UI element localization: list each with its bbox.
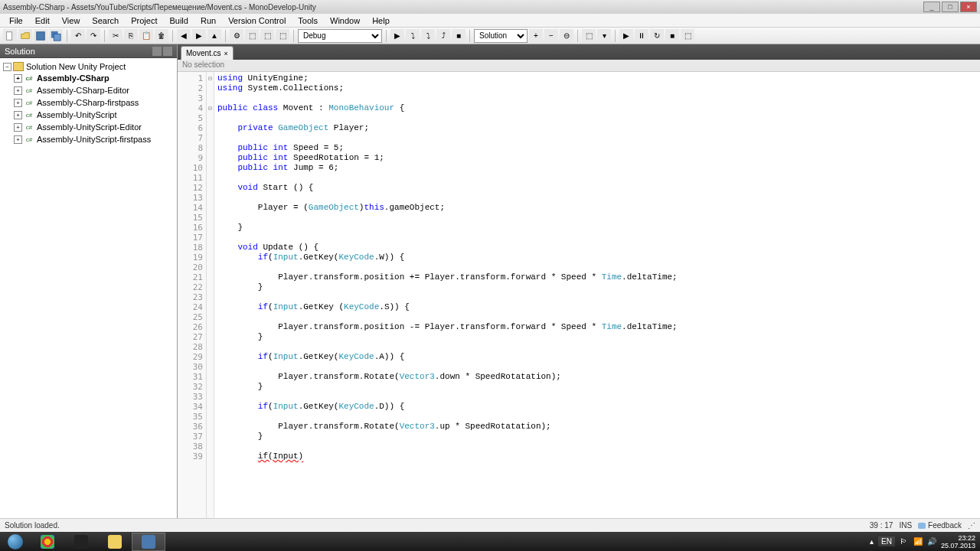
network-icon[interactable]: 📶 bbox=[913, 537, 923, 546]
configuration-combo[interactable]: Debug bbox=[298, 29, 382, 43]
svg-rect-3 bbox=[54, 34, 60, 41]
resize-grip-icon[interactable]: ⋰ bbox=[968, 521, 975, 530]
menu-run[interactable]: Run bbox=[194, 15, 222, 27]
start-button[interactable] bbox=[0, 532, 31, 551]
breadcrumb[interactable]: No selection bbox=[178, 60, 980, 72]
menu-help[interactable]: Help bbox=[366, 15, 396, 27]
new-file-icon[interactable] bbox=[3, 29, 17, 43]
step-into-icon[interactable]: ⤵ bbox=[421, 29, 435, 43]
minimize-button[interactable]: _ bbox=[923, 2, 940, 12]
panel-close-icon[interactable] bbox=[163, 47, 172, 56]
toggle2-icon[interactable]: ⬚ bbox=[260, 29, 274, 43]
tree-item-3[interactable]: +c#Assembly-UnityScript bbox=[3, 109, 174, 121]
taskbar-explorer[interactable] bbox=[98, 533, 132, 551]
feedback-link[interactable]: Feedback bbox=[928, 521, 962, 530]
titlebar[interactable]: Assembly-CSharp - Assets/YouTube/Scripts… bbox=[0, 0, 980, 14]
run-icon[interactable]: ▶ bbox=[390, 29, 404, 43]
stop-icon[interactable]: ■ bbox=[452, 29, 466, 43]
play-icon[interactable]: ▶ bbox=[619, 29, 633, 43]
clock[interactable]: 23:22 25.07.2013 bbox=[941, 534, 975, 549]
tree-root-label: Solution New Unity Project bbox=[26, 62, 126, 71]
solution-panel: Solution − Solution New Unity Project +c… bbox=[0, 44, 178, 518]
expand-icon[interactable]: + bbox=[14, 123, 22, 132]
csharp-icon: c# bbox=[24, 122, 34, 132]
expand-icon[interactable]: + bbox=[14, 111, 22, 119]
csharp-icon: c# bbox=[24, 85, 34, 96]
editor-area: Movent.cs × No selection 123456789101112… bbox=[178, 44, 980, 518]
tab-close-icon[interactable]: × bbox=[224, 50, 228, 57]
code-editor[interactable]: 1234567891011121314151617181920212223242… bbox=[178, 72, 980, 518]
expand-icon[interactable]: + bbox=[14, 86, 22, 95]
menu-view[interactable]: View bbox=[56, 15, 87, 27]
nav-back-icon[interactable]: ◀ bbox=[177, 29, 191, 43]
paste-icon[interactable]: 📋 bbox=[139, 29, 153, 43]
line-gutter[interactable]: 1234567891011121314151617181920212223242… bbox=[178, 72, 207, 518]
solution-combo[interactable]: Solution bbox=[474, 29, 528, 43]
expand-icon[interactable]: + bbox=[14, 135, 22, 144]
step-over-icon[interactable]: ⤵ bbox=[406, 29, 420, 43]
solution-tree[interactable]: − Solution New Unity Project +c#Assembly… bbox=[0, 58, 177, 518]
menu-project[interactable]: Project bbox=[125, 15, 163, 27]
tree-root[interactable]: − Solution New Unity Project bbox=[3, 61, 174, 72]
menu-window[interactable]: Window bbox=[324, 15, 366, 27]
dropdown-icon[interactable]: ▾ bbox=[597, 29, 611, 43]
toggle3-icon[interactable]: ⬚ bbox=[276, 29, 289, 43]
save-all-icon[interactable] bbox=[49, 29, 63, 43]
nav-up-icon[interactable]: ▲ bbox=[207, 29, 221, 43]
copy-icon[interactable]: ⎘ bbox=[124, 29, 138, 43]
panel-header[interactable]: Solution bbox=[0, 44, 177, 58]
open-icon[interactable] bbox=[18, 29, 32, 43]
tree-item-0[interactable]: +c#Assembly-CSharp bbox=[3, 72, 174, 84]
remove2-icon[interactable]: ⊖ bbox=[560, 29, 573, 43]
menu-file[interactable]: File bbox=[3, 15, 29, 27]
code-text[interactable]: using UnityEngine;using System.Collectio… bbox=[214, 72, 980, 518]
stop2-icon[interactable]: ■ bbox=[665, 29, 679, 43]
svg-rect-0 bbox=[7, 31, 12, 40]
flag-icon[interactable]: 🏳 bbox=[900, 537, 909, 546]
delete-icon[interactable]: 🗑 bbox=[155, 29, 168, 43]
panel-pin-icon[interactable] bbox=[152, 47, 162, 56]
step-out-icon[interactable]: ⤴ bbox=[436, 29, 450, 43]
attach-icon[interactable]: ⬚ bbox=[582, 29, 596, 43]
clock-date: 25.07.2013 bbox=[941, 542, 975, 549]
reload-icon[interactable]: ↻ bbox=[650, 29, 664, 43]
tree-item-1[interactable]: +c#Assembly-CSharp-Editor bbox=[3, 84, 174, 96]
extra-icon[interactable]: ⬚ bbox=[681, 29, 694, 43]
volume-icon[interactable]: 🔊 bbox=[927, 537, 936, 546]
expand-icon[interactable]: + bbox=[14, 99, 22, 107]
taskbar-monodevelop[interactable] bbox=[132, 533, 165, 551]
undo-icon[interactable]: ↶ bbox=[71, 29, 85, 43]
menu-build[interactable]: Build bbox=[163, 15, 194, 27]
tab-movent[interactable]: Movent.cs × bbox=[181, 46, 234, 60]
cut-icon[interactable]: ✂ bbox=[109, 29, 122, 43]
taskbar-unity[interactable] bbox=[64, 533, 98, 551]
close-button[interactable]: × bbox=[960, 2, 977, 12]
save-icon[interactable] bbox=[34, 29, 47, 43]
tree-item-label: Assembly-UnityScript bbox=[37, 110, 117, 119]
tree-item-label: Assembly-UnityScript-firstpass bbox=[37, 135, 151, 144]
menu-edit[interactable]: Edit bbox=[29, 15, 56, 27]
add-icon[interactable]: + bbox=[529, 29, 543, 43]
collapse-icon[interactable]: − bbox=[3, 63, 11, 71]
tree-item-label: Assembly-UnityScript-Editor bbox=[37, 122, 142, 132]
build-icon[interactable]: ⚙ bbox=[230, 29, 243, 43]
nav-fwd-icon[interactable]: ▶ bbox=[192, 29, 206, 43]
expand-icon[interactable]: + bbox=[14, 74, 22, 83]
taskbar-chrome[interactable] bbox=[31, 533, 64, 551]
redo-icon[interactable]: ↷ bbox=[87, 29, 100, 43]
menu-version-control[interactable]: Version Control bbox=[222, 15, 292, 27]
svg-rect-1 bbox=[37, 31, 45, 40]
maximize-button[interactable]: □ bbox=[942, 2, 959, 12]
pause-icon[interactable]: ⏸ bbox=[635, 29, 648, 43]
tree-item-5[interactable]: +c#Assembly-UnityScript-firstpass bbox=[3, 133, 174, 145]
language-indicator[interactable]: EN bbox=[878, 536, 895, 546]
menu-search[interactable]: Search bbox=[86, 15, 125, 27]
window-title: Assembly-CSharp - Assets/YouTube/Scripts… bbox=[3, 3, 316, 11]
fold-gutter[interactable]: ⊟⊟ bbox=[207, 72, 214, 518]
menu-tools[interactable]: Tools bbox=[292, 15, 324, 27]
tray-arrow-icon[interactable]: ▴ bbox=[870, 537, 874, 546]
tree-item-4[interactable]: +c#Assembly-UnityScript-Editor bbox=[3, 121, 174, 133]
remove-icon[interactable]: − bbox=[544, 29, 558, 43]
tree-item-2[interactable]: +c#Assembly-CSharp-firstpass bbox=[3, 96, 174, 109]
toggle-icon[interactable]: ⬚ bbox=[245, 29, 259, 43]
